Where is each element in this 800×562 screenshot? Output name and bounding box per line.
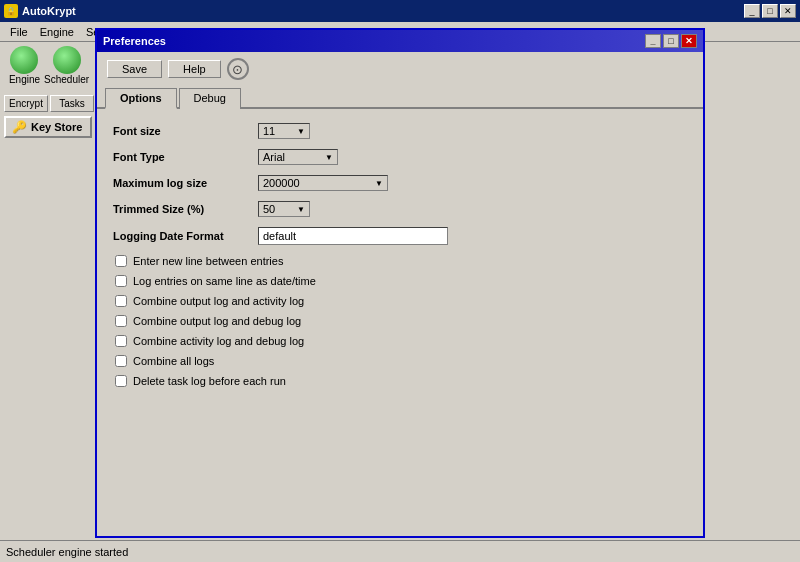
maximize-button[interactable]: □ [762, 4, 778, 18]
title-bar: 🔒 AutoKrypt _ □ ✕ [0, 0, 800, 22]
info-icon[interactable]: ⊙ [227, 58, 249, 80]
app-title: AutoKrypt [22, 5, 76, 17]
title-bar-left: 🔒 AutoKrypt [4, 4, 76, 18]
trimmed-arrow: ▼ [297, 205, 305, 214]
scheduler-button[interactable]: Scheduler [44, 46, 89, 85]
cb4-label: Combine output log and debug log [133, 315, 301, 327]
tab-debug[interactable]: Debug [179, 88, 241, 109]
trimmed-label: Trimmed Size (%) [113, 203, 258, 215]
cb-combine-activity-debug[interactable] [115, 335, 127, 347]
encrypt-tasks-row: Encrypt Tasks [4, 95, 94, 112]
trimmed-value: 50 [263, 203, 275, 215]
menu-file[interactable]: File [4, 24, 34, 40]
engine-icon [10, 46, 38, 74]
encrypt-tab[interactable]: Encrypt [4, 95, 48, 112]
dialog-close-button[interactable]: ✕ [681, 34, 697, 48]
max-log-value: 200000 [263, 177, 300, 189]
cb7-row: Delete task log before each run [113, 375, 687, 387]
minimize-button[interactable]: _ [744, 4, 760, 18]
cb1-row: Enter new line between entries [113, 255, 687, 267]
cb-combine-all[interactable] [115, 355, 127, 367]
cb5-row: Combine activity log and debug log [113, 335, 687, 347]
font-type-label: Font Type [113, 151, 258, 163]
tab-bar: Options Debug [97, 86, 703, 109]
engine-button[interactable]: Engine [9, 46, 40, 85]
cb2-row: Log entries on same line as date/time [113, 275, 687, 287]
tab-options[interactable]: Options [105, 88, 177, 109]
max-log-arrow: ▼ [375, 179, 383, 188]
dialog-minimize-button[interactable]: _ [645, 34, 661, 48]
close-button[interactable]: ✕ [780, 4, 796, 18]
app-icon: 🔒 [4, 4, 18, 18]
dialog-title-bar: Preferences _ □ ✕ [97, 30, 703, 52]
cb4-row: Combine output log and debug log [113, 315, 687, 327]
font-size-arrow: ▼ [297, 127, 305, 136]
engine-label: Engine [9, 74, 40, 85]
dialog-controls: _ □ ✕ [645, 34, 697, 48]
cb2-label: Log entries on same line as date/time [133, 275, 316, 287]
font-size-select[interactable]: 11 ▼ [258, 123, 310, 139]
dialog-maximize-button[interactable]: □ [663, 34, 679, 48]
max-log-label: Maximum log size [113, 177, 258, 189]
key-icon: 🔑 [12, 120, 27, 134]
cb3-row: Combine output log and activity log [113, 295, 687, 307]
main-area: Engine Scheduler Encrypt Tasks 🔑 Key Sto… [0, 42, 800, 540]
cb-log-same-line[interactable] [115, 275, 127, 287]
font-type-select[interactable]: Arial ▼ [258, 149, 338, 165]
cb5-label: Combine activity log and debug log [133, 335, 304, 347]
font-type-arrow: ▼ [325, 153, 333, 162]
cb-combine-output-debug[interactable] [115, 315, 127, 327]
cb-delete-task-log[interactable] [115, 375, 127, 387]
keystore-button[interactable]: 🔑 Key Store [4, 116, 92, 138]
title-bar-controls: _ □ ✕ [744, 4, 796, 18]
font-type-row: Font Type Arial ▼ [113, 149, 687, 165]
cb6-label: Combine all logs [133, 355, 214, 367]
preferences-dialog: Preferences _ □ ✕ Save Help ⊙ Options De… [95, 28, 705, 538]
max-log-row: Maximum log size 200000 ▼ [113, 175, 687, 191]
logging-date-input[interactable] [258, 227, 448, 245]
logging-date-row: Logging Date Format [113, 227, 687, 245]
cb6-row: Combine all logs [113, 355, 687, 367]
trimmed-row: Trimmed Size (%) 50 ▼ [113, 201, 687, 217]
cb7-label: Delete task log before each run [133, 375, 286, 387]
dialog-content: Font size 11 ▼ Font Type Arial ▼ Maximum… [97, 109, 703, 409]
status-text: Scheduler engine started [6, 546, 128, 558]
font-size-value: 11 [263, 125, 275, 137]
cb3-label: Combine output log and activity log [133, 295, 304, 307]
sidebar: Engine Scheduler Encrypt Tasks 🔑 Key Sto… [0, 42, 98, 540]
keystore-label: Key Store [31, 121, 82, 133]
dialog-toolbar: Save Help ⊙ [97, 52, 703, 86]
cb1-label: Enter new line between entries [133, 255, 283, 267]
trimmed-select[interactable]: 50 ▼ [258, 201, 310, 217]
menu-engine[interactable]: Engine [34, 24, 80, 40]
scheduler-icon [53, 46, 81, 74]
font-type-value: Arial [263, 151, 285, 163]
font-size-label: Font size [113, 125, 258, 137]
cb-combine-output-activity[interactable] [115, 295, 127, 307]
logging-date-label: Logging Date Format [113, 230, 258, 242]
save-button[interactable]: Save [107, 60, 162, 78]
status-bar: Scheduler engine started [0, 540, 800, 562]
scheduler-label: Scheduler [44, 74, 89, 85]
max-log-select[interactable]: 200000 ▼ [258, 175, 388, 191]
dialog-title: Preferences [103, 35, 166, 47]
sidebar-top: Engine Scheduler [4, 46, 94, 85]
help-button[interactable]: Help [168, 60, 221, 78]
font-size-row: Font size 11 ▼ [113, 123, 687, 139]
tasks-tab[interactable]: Tasks [50, 95, 94, 112]
cb-enter-newline[interactable] [115, 255, 127, 267]
